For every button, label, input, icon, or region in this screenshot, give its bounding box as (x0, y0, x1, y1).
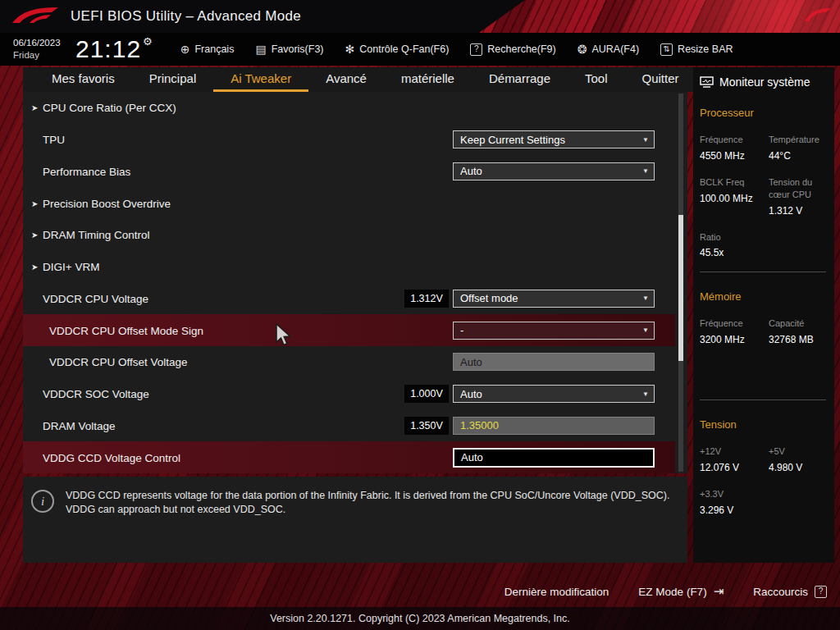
monitor-value: 3200 MHz (700, 334, 769, 345)
version-bar: Version 2.20.1271. Copyright (C) 2023 Am… (0, 607, 840, 630)
search-button[interactable]: ? Recherche(F9) (470, 43, 555, 56)
rog-logo-icon (11, 6, 59, 27)
ez-mode-button[interactable]: EZ Mode (F7) ⇥ (638, 584, 724, 599)
monitor-cell: Ratio 45.5x (700, 231, 769, 259)
favorites-button[interactable]: ▤ Favoris(F3) (255, 43, 323, 55)
monitor-value: 45.5x (700, 247, 769, 258)
current-value-badge: 1.000V (404, 385, 449, 403)
setting-row-vddcr-cpu-voltage: VDDCR CPU Voltage 1.312V Offset mode ▼ (23, 283, 687, 315)
monitor-cell: Tension du cœur CPU 1.312 V (769, 176, 834, 217)
monitor-label: +3.3V (700, 488, 769, 500)
tab-tool[interactable]: Tool (568, 67, 625, 92)
offset-mode-sign-dropdown[interactable]: - ▼ (453, 322, 655, 340)
scrollbar-thumb[interactable] (678, 215, 683, 361)
tab-avance[interactable]: Avancé (308, 67, 384, 92)
chevron-down-icon: ▼ (637, 136, 654, 144)
footer-actions: Dernière modification EZ Mode (F7) ⇥ Rac… (504, 584, 827, 599)
vddg-ccd-voltage-input[interactable]: Auto (453, 448, 655, 468)
uefi-background: UEFI BIOS Utility – Advanced Mode 06/16/… (0, 0, 840, 630)
setting-label: Precision Boost Overdrive (43, 197, 171, 209)
submenu-arrow-icon: ➤ (31, 103, 38, 112)
processor-heading: Processeur (700, 107, 834, 119)
monitor-value: 12.076 V (700, 462, 769, 473)
setting-label: TPU (43, 134, 65, 146)
tab-demarrage[interactable]: Démarrage (472, 67, 568, 92)
dropdown-value: Offset mode (454, 292, 637, 304)
setting-row-precision-boost-overdrive[interactable]: ➤ Precision Boost Overdrive (23, 187, 687, 219)
monitor-cell: Fréquence 3200 MHz (700, 317, 769, 345)
monitor-value: 44°C (769, 150, 834, 162)
aura-button[interactable]: ❂ AURA(F4) (578, 43, 639, 55)
titlebar-red-deco (479, 0, 840, 33)
performance-bias-dropdown[interactable]: Auto ▼ (453, 162, 655, 180)
tab-principal[interactable]: Principal (132, 67, 214, 92)
setting-label: VDDCR SOC Voltage (43, 388, 149, 400)
aura-label: AURA(F4) (591, 43, 639, 55)
quick-access-menu: ⊕ Français ▤ Favoris(F3) ✻ Contrôle Q-Fa… (180, 43, 733, 56)
tab-quitter[interactable]: Quitter (625, 67, 693, 92)
setting-label: DRAM Timing Control (43, 229, 150, 241)
setting-row-vddcr-cpu-offset-voltage: VDDCR CPU Offset Voltage Auto (23, 346, 687, 378)
system-monitor-header: Moniteur système (693, 67, 834, 89)
setting-label: VDDCR CPU Offset Mode Sign (49, 324, 203, 336)
language-button[interactable]: ⊕ Français (180, 43, 235, 55)
shortcuts-label: Raccourcis (753, 586, 808, 598)
info-icon: i (31, 490, 54, 513)
titlebar: UEFI BIOS Utility – Advanced Mode (0, 0, 840, 33)
date-value: 06/16/2023 (13, 37, 72, 49)
monitor-value: 3.296 V (700, 504, 769, 516)
time-display: 21:12 ⚙ (75, 37, 153, 62)
monitor-value: 100.00 MHz (700, 193, 769, 204)
main-nav: Mes favoris Principal Ai Tweaker Avancé … (23, 67, 693, 92)
footer: Dernière modification EZ Mode (F7) ⇥ Rac… (0, 563, 840, 630)
system-monitor-panel: Moniteur système Processeur Fréquence 45… (693, 67, 834, 563)
ez-mode-label: EZ Mode (F7) (638, 586, 706, 598)
help-text: VDDG CCD represents voltage for the data… (66, 489, 686, 517)
monitor-cell: Fréquence 4550 MHz (700, 134, 769, 162)
tpu-dropdown[interactable]: Keep Current Settings ▼ (453, 130, 655, 148)
dropdown-value: Auto (454, 165, 637, 177)
tab-materielle[interactable]: matérielle (384, 67, 472, 92)
memory-heading: Mémoire (700, 290, 834, 303)
setting-row-cpu-core-ratio[interactable]: ➤ CPU Core Ratio (Per CCX) (23, 92, 687, 124)
monitor-label: Tension du cœur CPU (769, 176, 834, 201)
dram-voltage-input[interactable]: 1.35000 (453, 417, 655, 435)
shortcuts-button[interactable]: Raccourcis ? (753, 586, 827, 598)
exit-to-ez-mode-icon: ⇥ (714, 584, 724, 599)
resize-bar-button[interactable]: ⇅ Resize BAR (660, 43, 733, 56)
setting-row-digi-vrm[interactable]: ➤ DIGI+ VRM (23, 251, 687, 283)
submenu-arrow-icon: ➤ (31, 199, 38, 208)
setting-row-dram-timing-control[interactable]: ➤ DRAM Timing Control (23, 219, 687, 251)
tab-ai-tweaker[interactable]: Ai Tweaker (213, 67, 308, 92)
setting-label: DRAM Voltage (43, 419, 116, 431)
memory-section: Mémoire Fréquence 3200 MHz Capacité 3276… (693, 290, 834, 345)
clock-settings-gear-icon[interactable]: ⚙ (143, 35, 153, 48)
qfan-control-button[interactable]: ✻ Contrôle Q-Fan(F6) (345, 43, 450, 55)
monitor-cell: Capacité 32768 MB (769, 317, 834, 345)
monitor-cell: +12V 12.076 V (700, 445, 769, 473)
setting-label: Performance Bias (43, 165, 130, 177)
vddcr-cpu-offset-voltage-input[interactable]: Auto (453, 353, 655, 371)
vddcr-soc-voltage-dropdown[interactable]: Auto ▼ (453, 385, 655, 403)
last-modified-button[interactable]: Dernière modification (504, 586, 609, 598)
system-monitor-title: Moniteur système (719, 75, 810, 89)
globe-icon: ⊕ (180, 43, 190, 55)
monitor-label: Capacité (769, 317, 834, 330)
monitor-label: Fréquence (700, 317, 769, 330)
chevron-down-icon: ▼ (637, 390, 654, 398)
help-question-icon: ? (815, 586, 827, 598)
vddcr-cpu-voltage-dropdown[interactable]: Offset mode ▼ (453, 290, 655, 308)
submenu-arrow-icon: ➤ (31, 231, 38, 240)
resize-bar-label: Resize BAR (678, 43, 733, 55)
voltage-heading: Tension (700, 418, 834, 431)
chevron-down-icon: ▼ (637, 326, 654, 334)
search-icon: ? (470, 43, 482, 56)
chevron-down-icon: ▼ (637, 294, 654, 302)
dropdown-value: Auto (454, 388, 637, 400)
setting-row-vddcr-cpu-offset-mode-sign: VDDCR CPU Offset Mode Sign - ▼ (23, 314, 675, 346)
settings-panel: ➤ CPU Core Ratio (Per CCX) TPU Keep Curr… (23, 92, 687, 473)
scrollbar-track[interactable] (678, 94, 683, 472)
search-label: Recherche(F9) (487, 43, 555, 55)
tab-mes-favoris[interactable]: Mes favoris (34, 67, 132, 92)
monitor-label: +5V (769, 445, 834, 458)
